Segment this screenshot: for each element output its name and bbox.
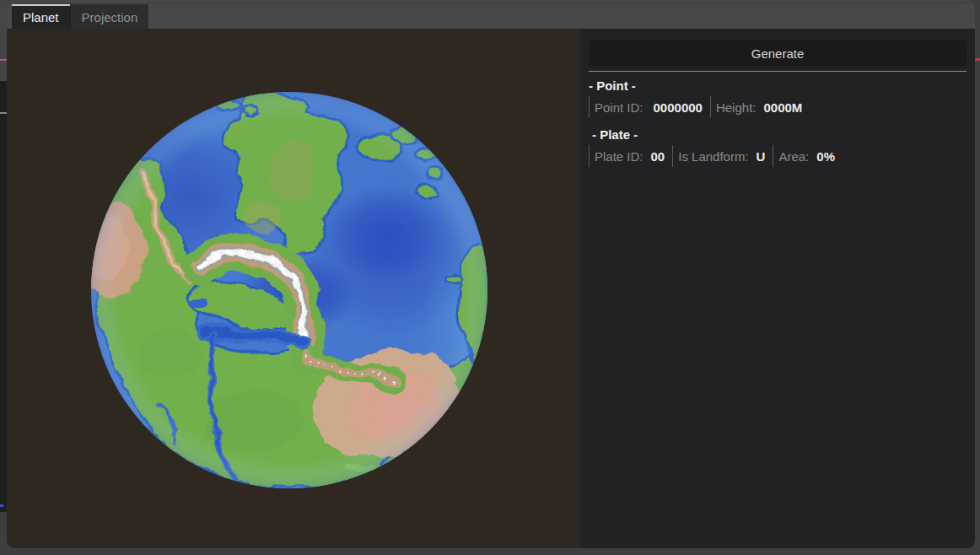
field-divider-bar bbox=[589, 96, 590, 118]
field-divider-bar bbox=[672, 145, 673, 167]
planet-globe[interactable] bbox=[90, 91, 488, 489]
plate-id-label: Plate ID: bbox=[595, 149, 643, 164]
tab-bar: Planet Projection bbox=[7, 0, 975, 29]
plate-id-value: 00 bbox=[651, 149, 665, 164]
tab-planet[interactable]: Planet bbox=[12, 4, 70, 29]
red-edge-tick bbox=[974, 58, 980, 61]
side-panel: Generate - Point - Point ID: 0000000 Hei… bbox=[582, 29, 975, 548]
area-label: Area: bbox=[778, 149, 809, 164]
point-info-row: Point ID: 0000000 Height: 0000M bbox=[589, 95, 967, 119]
field-divider-bar bbox=[773, 145, 773, 167]
height-value: 0000M bbox=[763, 100, 802, 115]
point-id-label: Point ID: bbox=[595, 100, 643, 115]
plate-info-row: Plate ID: 00 Is Landform: U Area: 0% bbox=[589, 144, 967, 168]
window-content: Generate - Point - Point ID: 0000000 Hei… bbox=[7, 29, 975, 548]
point-section-title: - Point - bbox=[589, 78, 967, 93]
generate-button[interactable]: Generate bbox=[589, 40, 967, 67]
planet-viewport[interactable] bbox=[7, 29, 578, 548]
tab-planet-label: Planet bbox=[23, 10, 59, 24]
area-value: 0% bbox=[816, 149, 835, 164]
field-divider-bar bbox=[710, 96, 711, 118]
height-label: Height: bbox=[716, 100, 757, 115]
plate-section-title: - Plate - bbox=[589, 127, 967, 142]
is-landform-value: U bbox=[757, 149, 766, 164]
tab-projection-label: Projection bbox=[82, 10, 138, 24]
tab-projection[interactable]: Projection bbox=[70, 4, 149, 29]
panel-separator bbox=[589, 71, 967, 72]
field-divider-bar bbox=[589, 145, 590, 167]
is-landform-label: Is Landform: bbox=[678, 149, 748, 164]
blue-accent-line bbox=[0, 504, 3, 507]
point-id-value: 0000000 bbox=[654, 100, 703, 115]
app-window: Planet Projection bbox=[7, 0, 975, 548]
